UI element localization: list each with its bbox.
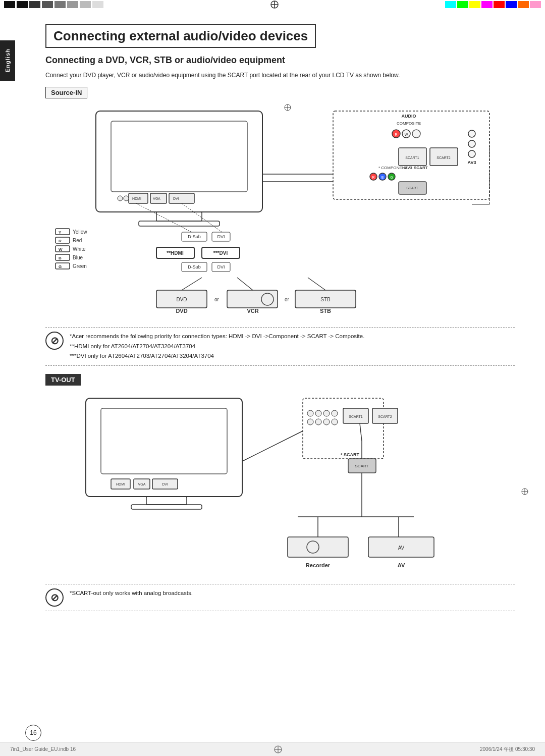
svg-rect-63 [56,254,70,260]
sidebar-language-label: English [0,40,15,81]
svg-text:or: or [214,297,220,302]
description-text: Connect your DVD player, VCR or audio/vi… [45,71,500,80]
svg-text:or: or [285,297,290,302]
svg-text:HDMI: HDMI [116,482,125,486]
svg-rect-5 [156,212,202,221]
svg-text:R: R [59,239,62,243]
svg-text:D-Sub: D-Sub [188,264,201,269]
svg-point-37 [468,150,475,157]
svg-text:AV3: AV3 [468,160,476,165]
svg-text:VGA: VGA [153,197,160,200]
svg-text:AV: AV [398,562,405,568]
svg-text:B: B [59,256,62,260]
color-swatch-3 [29,1,40,8]
svg-rect-4 [111,121,247,192]
svg-text:SCART1: SCART1 [405,156,419,159]
svg-text:R: R [372,176,374,179]
color-swatch-8 [92,1,103,8]
svg-text:D-Sub: D-Sub [188,234,201,239]
svg-point-103 [307,410,313,416]
note2-section: ⊘ *SCART-out only works with analog broa… [45,584,515,611]
svg-text:SCART: SCART [355,464,369,468]
svg-text:B: B [382,176,384,179]
svg-rect-93 [101,408,227,474]
svg-rect-102 [303,398,384,459]
color-swatch-r3 [469,1,480,8]
svg-text:SCART2: SCART2 [378,415,392,418]
svg-point-104 [315,410,321,416]
svg-text:AV: AV [398,545,405,551]
svg-point-108 [315,419,321,425]
color-swatch-5 [54,1,66,8]
note2-text: *SCART-out only works with analog broadc… [70,588,193,599]
svg-point-105 [323,410,330,416]
svg-text:Recorder: Recorder [306,562,331,568]
color-swatch-r2 [457,1,468,8]
svg-point-13 [118,196,123,201]
note2-icon: ⊘ [45,588,64,607]
tv-out-svg: HDMI VGA DVI SCART1 SCART2 SCART [45,391,530,577]
svg-text:* SCART: * SCART [341,452,360,457]
svg-text:***DVI: ***DVI [213,250,228,256]
color-swatch-1 [4,1,15,8]
tv-out-diagram-area: HDMI VGA DVI SCART1 SCART2 SCART [45,391,515,579]
top-bar-left-colors [0,0,107,9]
svg-rect-54 [56,229,70,235]
svg-text:**HDMI: **HDMI [167,250,184,256]
color-swatch-r8 [530,1,541,8]
sidebar-label-text: English [5,49,11,73]
svg-text:DVI: DVI [173,197,179,200]
svg-line-82 [182,278,202,290]
svg-text:SCART: SCART [406,186,418,190]
svg-text:Y: Y [59,230,62,235]
svg-rect-57 [56,237,70,243]
svg-text:W: W [59,247,63,252]
svg-text:HDMI: HDMI [132,197,141,200]
note1-icon: ⊘ [45,332,64,350]
note1-line1: *Acer recommends the following priority … [70,332,364,342]
svg-rect-66 [56,263,70,269]
color-swatch-r7 [518,1,529,8]
svg-point-22 [412,130,420,138]
svg-text:VGA: VGA [138,482,146,486]
svg-text:AV3: AV3 [405,166,413,170]
color-swatch-r1 [445,1,456,8]
svg-point-106 [332,410,338,416]
svg-text:G: G [59,264,62,269]
svg-text:DVI: DVI [162,482,168,486]
svg-text:W: W [405,133,408,136]
svg-point-14 [124,196,129,201]
note1-text: *Acer recommends the following priority … [70,332,364,361]
svg-line-40 [136,203,192,232]
svg-text:G: G [390,176,393,179]
svg-line-84 [308,278,325,290]
bottom-bar: 7in1_User Guide_EU.indb 16 2006/1/24 午後 … [0,742,545,756]
page-number: 16 [25,725,41,741]
source-in-diagram-area: HDMI VGA DVI AUDIO COMPOSITE R W * [45,103,515,322]
note2-line1: *SCART-out only works with analog broadc… [70,588,193,599]
svg-text:Red: Red [73,238,82,243]
color-swatch-r6 [506,1,517,8]
source-in-label: Source-IN [45,87,87,98]
color-swatch-2 [17,1,28,8]
svg-line-120 [242,431,303,461]
note1-line2: **HDMI only for AT2604/AT2704/AT3204/AT3… [70,342,364,352]
svg-text:DVI: DVI [217,264,225,269]
svg-line-119 [360,423,362,441]
color-swatch-7 [80,1,91,8]
svg-text:White: White [73,246,86,252]
svg-point-107 [307,419,313,425]
color-swatch-r4 [481,1,493,8]
svg-text:VCR: VCR [247,308,258,314]
svg-point-110 [332,419,338,425]
svg-text:STB: STB [320,308,331,314]
svg-text:R: R [395,133,397,136]
svg-text:Blue: Blue [73,255,83,260]
note1-line3: ***DVI only for AT2604/AT2703/AT2704/AT3… [70,351,364,361]
note1-section: ⊘ *Acer recommends the following priorit… [45,327,515,366]
date-info: 2006/1/24 午後 05:30:30 [480,746,535,753]
bottom-compass-icon [273,744,283,754]
svg-line-83 [237,278,253,290]
svg-text:SCART2: SCART2 [437,156,451,159]
source-in-svg: HDMI VGA DVI AUDIO COMPOSITE R W * [45,103,530,320]
